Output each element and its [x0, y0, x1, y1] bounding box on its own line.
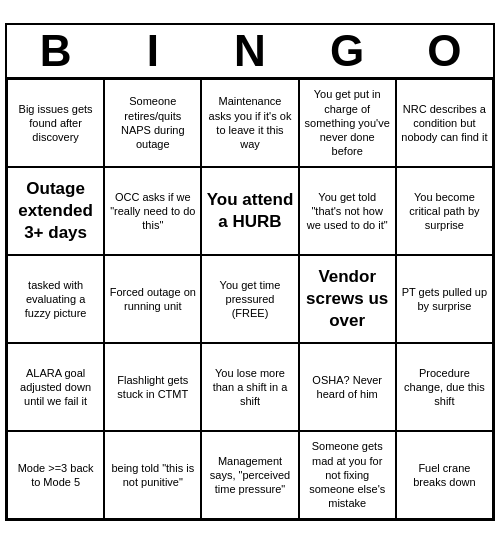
bingo-cell: You get time pressured (FREE): [201, 255, 298, 343]
bingo-cell: tasked with evaluating a fuzzy picture: [7, 255, 104, 343]
bingo-grid: Big issues gets found after discoverySom…: [7, 79, 493, 519]
bingo-cell: Procedure change, due this shift: [396, 343, 493, 431]
bingo-cell: Maintenance asks you if it's ok to leave…: [201, 79, 298, 167]
bingo-cell: being told "this is not punitive": [104, 431, 201, 519]
bingo-cell: Vendor screws us over: [299, 255, 396, 343]
bingo-cell: Big issues gets found after discovery: [7, 79, 104, 167]
bingo-cell: Mode >=3 back to Mode 5: [7, 431, 104, 519]
bingo-cell: You become critical path by surprise: [396, 167, 493, 255]
bingo-cell: NRC describes a condition but nobody can…: [396, 79, 493, 167]
bingo-letter: N: [205, 29, 295, 73]
bingo-cell: Flashlight gets stuck in CTMT: [104, 343, 201, 431]
bingo-cell: Outage extended 3+ days: [7, 167, 104, 255]
bingo-cell: Someone gets mad at you for not fixing s…: [299, 431, 396, 519]
bingo-cell: Forced outage on running unit: [104, 255, 201, 343]
bingo-cell: Fuel crane breaks down: [396, 431, 493, 519]
bingo-letter: O: [399, 29, 489, 73]
bingo-cell: You get put in charge of something you'v…: [299, 79, 396, 167]
bingo-header: BINGO: [7, 25, 493, 79]
bingo-cell: You get told "that's not how we used to …: [299, 167, 396, 255]
bingo-letter: B: [11, 29, 101, 73]
bingo-cell: ALARA goal adjusted down until we fail i…: [7, 343, 104, 431]
bingo-cell: You lose more than a shift in a shift: [201, 343, 298, 431]
bingo-letter: I: [108, 29, 198, 73]
bingo-cell: You attend a HURB: [201, 167, 298, 255]
bingo-cell: OCC asks if we "really need to do this": [104, 167, 201, 255]
bingo-cell: Someone retires/quits NAPS during outage: [104, 79, 201, 167]
bingo-card: BINGO Big issues gets found after discov…: [5, 23, 495, 521]
bingo-cell: Management says, "perceived time pressur…: [201, 431, 298, 519]
bingo-letter: G: [302, 29, 392, 73]
bingo-cell: PT gets pulled up by surprise: [396, 255, 493, 343]
bingo-cell: OSHA? Never heard of him: [299, 343, 396, 431]
